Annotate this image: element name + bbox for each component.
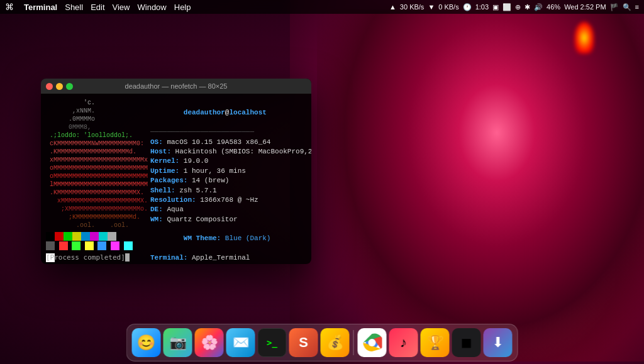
terminal-body[interactable]: 'c. ,xNNM. .0MMMMo 0MMM8, .;loddo: 'lool… xyxy=(41,94,311,264)
wm-line: WM: Quartz Compositor xyxy=(150,215,306,224)
list-icon[interactable]: ≡ xyxy=(635,3,639,11)
menubar: ⌘ Terminal Shell Edit View Window Help ▲… xyxy=(0,0,644,14)
apple-menu[interactable]: ⌘ xyxy=(5,2,14,12)
kernel-line: Kernel: 19.0.0 xyxy=(150,157,306,166)
app-menu-terminal[interactable]: Terminal xyxy=(24,3,57,12)
host-line: Host: Hackintosh (SMBIOS: MacBookPro9,2) xyxy=(150,147,306,157)
resolution-line: Resolution: 1366x768 @ ~Hz xyxy=(150,196,306,205)
wm-theme-line: WM Theme: Blue (Dark) xyxy=(150,224,306,253)
menu-shell[interactable]: Shell xyxy=(65,3,83,12)
cursor xyxy=(125,253,130,262)
ascii-line-8: xMMMMMMMMMMMMMMMMMMMMMMMMx xyxy=(46,156,145,164)
dock-separator xyxy=(353,330,354,355)
ascii-line-6: cKMMMMMMMMMNWMMMMMMMMMM0: xyxy=(46,140,145,148)
ascii-line-3: .0MMMMo xyxy=(46,115,145,123)
menubar-left: ⌘ Terminal Shell Edit View Window Help xyxy=(5,2,389,12)
ascii-line-5: .;loddo: 'loolloddol;. xyxy=(46,131,145,140)
ascii-line-11: lMMMMMMMMMMMMMMMMMMMMMMMMM. xyxy=(46,180,145,189)
dock-finder[interactable]: 😊 xyxy=(132,328,161,357)
menu-window[interactable]: Window xyxy=(138,3,167,12)
ascii-line-4: 0MMM8, xyxy=(46,123,145,131)
os-line: OS: macOS 10.15 19A583 x86_64 xyxy=(150,138,306,147)
dock-installer[interactable]: ⬇ xyxy=(484,328,513,357)
battery-value: 46% xyxy=(547,3,560,11)
laptop-icon: ⬜ xyxy=(502,3,511,11)
ascii-line-9: oMMMMMMMMMMMMMMMMMMMMMMMMMk xyxy=(46,164,145,172)
dock-trophy[interactable]: 🏆 xyxy=(421,328,450,357)
ascii-line-7: .KMMMMMMMMMMMMMMMMMMMd. xyxy=(46,148,145,156)
display-icon: ▣ xyxy=(492,3,499,11)
ascii-line-1: 'c. xyxy=(46,99,145,107)
user-host-line: deadauthor@localhost xyxy=(150,99,306,128)
svg-point-2 xyxy=(369,339,376,346)
wallpaper-art xyxy=(317,9,644,361)
menu-edit[interactable]: Edit xyxy=(91,3,104,12)
separator-line: ───────────────────────── xyxy=(150,128,306,137)
dock-mail[interactable]: ✉️ xyxy=(226,328,255,357)
maximize-button[interactable] xyxy=(66,83,73,90)
terminal-bottom-bar: [Process completed] xyxy=(41,251,311,265)
net-down-value: 0 KB/s xyxy=(438,3,458,11)
minimize-button[interactable] xyxy=(56,83,63,90)
dock-music[interactable]: ♪ xyxy=(389,328,418,357)
dock-terminal[interactable]: >_ xyxy=(258,328,287,357)
close-button[interactable] xyxy=(46,83,53,90)
hostname: localhost xyxy=(229,109,266,116)
menu-help[interactable]: Help xyxy=(174,3,191,12)
network-up-icon: ▲ xyxy=(389,3,396,11)
color-swatches xyxy=(46,232,145,241)
menu-view[interactable]: View xyxy=(113,3,130,12)
uptime-line: Uptime: 1 hour, 36 mins xyxy=(150,167,306,176)
search-icon[interactable]: 🔍 xyxy=(623,3,631,11)
network-down-icon: ▼ xyxy=(428,3,435,11)
bluetooth-icon: ✱ xyxy=(525,3,530,11)
shell-line: Shell: zsh 5.7.1 xyxy=(150,186,306,196)
ascii-line-2: ,xNNM. xyxy=(46,107,145,115)
volume-icon: 🔊 xyxy=(534,3,543,11)
ascii-line-13: xMMMMMMMMMMMMMMMMMMMMMX. xyxy=(46,197,145,205)
datetime-display: Wed 2:52 PM xyxy=(564,3,606,11)
clock-icon: 🕐 xyxy=(463,3,472,11)
ascii-line-16: .ool. .ool. xyxy=(46,221,145,229)
username: deadauthor xyxy=(184,109,225,116)
ascii-line-15: ;KMMMMMMMMMMMMMMMd. xyxy=(46,213,145,221)
wifi-icon: ⊕ xyxy=(515,3,521,11)
dock-chrome[interactable] xyxy=(358,328,387,357)
traffic-lights xyxy=(46,83,73,90)
menubar-right: ▲ 30 KB/s ▼ 0 KB/s 🕐 1:03 ▣ ⬜ ⊕ ✱ 🔊 46% … xyxy=(389,3,639,11)
packages-line: Packages: 14 (brew) xyxy=(150,176,306,185)
sysinfo-panel: deadauthor@localhost ───────────────────… xyxy=(148,94,311,264)
dock-facetime[interactable]: 📷 xyxy=(164,328,192,357)
dock-photos[interactable]: 🌸 xyxy=(195,328,224,357)
dock-sublime[interactable]: S xyxy=(289,328,318,357)
ascii-line-10: oMMMMMMMMMMMMMMMMMMMMMMMMMk xyxy=(46,172,145,180)
net-up-value: 30 KB/s xyxy=(400,3,425,11)
process-completed-text: [Process completed] xyxy=(46,253,125,262)
dock-app-dark[interactable]: ◼ xyxy=(452,328,481,357)
dock: 😊 📷 🌸 ✉️ >_ S 💰 ♪ 🏆 ◼ ⬇ xyxy=(126,324,518,361)
time-display: 1:03 xyxy=(475,3,489,11)
terminal-window: deadauthor — neofetch — 80×25 'c. ,xNNM.… xyxy=(41,79,311,264)
ascii-line-14: ;XMMMMMMMMMMMMMMMMMMMo. xyxy=(46,205,145,213)
flag-icon: 🏴 xyxy=(610,3,619,11)
dock-dollar[interactable]: 💰 xyxy=(321,328,350,357)
ascii-line-12: .KMMMMMMMMMMMMMMMMMMMMMX. xyxy=(46,189,145,197)
terminal-title: deadauthor — neofetch — 80×25 xyxy=(125,82,228,90)
de-line: DE: Aqua xyxy=(150,205,306,214)
ascii-art-panel: 'c. ,xNNM. .0MMMMo 0MMM8, .;loddo: 'lool… xyxy=(41,94,148,264)
terminal-titlebar: deadauthor — neofetch — 80×25 xyxy=(41,79,311,94)
